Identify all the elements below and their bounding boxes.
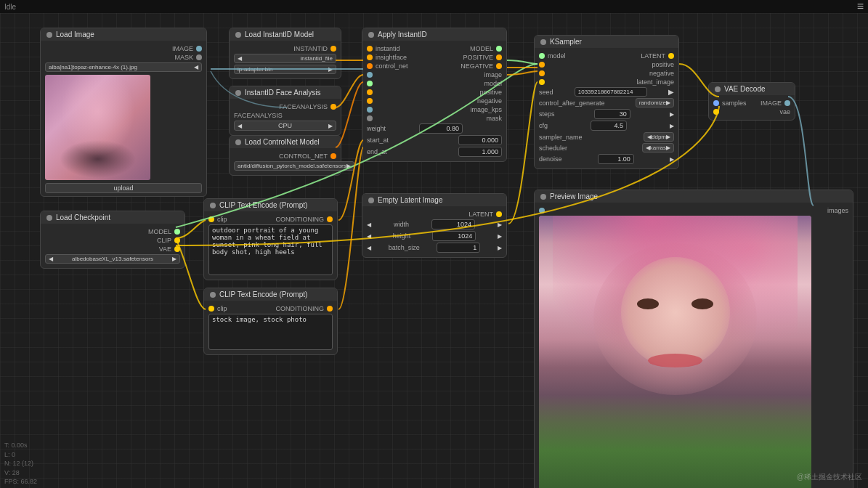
instantid-face-header: InstantID Face Analysis xyxy=(230,86,341,99)
ai-controlnet-in[interactable] xyxy=(367,63,373,69)
ai-positive-out[interactable] xyxy=(496,54,502,60)
filename-dropdown[interactable]: alba[na1]topaz-enhance-4x (1).jpg ◀ xyxy=(45,62,202,72)
controlnet-dropdown[interactable]: antid/diffusion_pytorch_model.safetensor… xyxy=(234,161,354,171)
vd-samples-row: samples IMAGE xyxy=(713,99,790,107)
endat-input[interactable] xyxy=(458,147,502,157)
denoise-input[interactable] xyxy=(598,154,634,164)
load-image-title: Load Image xyxy=(56,30,94,38)
ai-instantid-in[interactable] xyxy=(367,46,373,52)
provider-value: CPU xyxy=(278,122,292,129)
vd-samples-in[interactable] xyxy=(713,100,719,106)
cn-clip-row: clip CONDITIONING xyxy=(208,305,333,312)
ks-cfg-row: cfg ▶ xyxy=(539,121,674,131)
instantid-file-dropdown[interactable]: ◀ instantid_file xyxy=(234,54,336,63)
height-input[interactable] xyxy=(432,231,476,241)
seed-input[interactable] xyxy=(575,87,647,97)
watermark: @稀土掘金技术社区 xyxy=(797,472,862,482)
controlnet-file-row: antid/diffusion_pytorch_model.safetensor… xyxy=(234,161,336,171)
adapter-row: ip-adapter.bin ▶ xyxy=(234,65,336,74)
cfg-input[interactable] xyxy=(591,121,627,131)
instantid-file-row: ◀ instantid_file xyxy=(234,54,336,63)
ai-insightface-row: insightface POSITIVE xyxy=(367,54,502,61)
ks-negative-in[interactable] xyxy=(539,70,545,76)
control-after-dropdown[interactable]: randomize ▶ xyxy=(636,98,674,107)
pi-images-in[interactable] xyxy=(539,208,545,214)
ks-latent-out[interactable] xyxy=(668,53,674,59)
vd-vae-row: vae xyxy=(713,108,790,115)
ai-mask-in[interactable] xyxy=(367,115,373,121)
vd-image-out[interactable] xyxy=(784,100,790,106)
empty-latent-header: Empty Latent Image xyxy=(362,194,506,206)
load-instantid-title: Load InstantID Model xyxy=(245,30,314,38)
ks-seed-row: seed ▶ xyxy=(539,87,674,97)
faceanalysis-output-row: FACEANALYSIS xyxy=(234,103,336,110)
scheduler-dropdown[interactable]: ◀ karras ▶ xyxy=(642,143,674,152)
image-output-port[interactable] xyxy=(196,46,202,52)
adapter-dropdown[interactable]: ip-adapter.bin ▶ xyxy=(234,65,336,74)
load-instantid-node: Load InstantID Model INSTANTID ◀ instant… xyxy=(229,28,341,79)
batch-input[interactable] xyxy=(437,243,480,253)
mask-output-port[interactable] xyxy=(196,54,202,60)
empty-latent-node: Empty Latent Image LATENT ◀ width ▶ ◀ he… xyxy=(362,193,507,258)
ksampler-header: KSampler xyxy=(535,36,678,48)
clip-text-positive-node: CLIP Text Encode (Prompt) clip CONDITION… xyxy=(203,198,338,280)
ks-latentimg-in[interactable] xyxy=(539,79,545,85)
load-checkpoint-title: Load Checkpoint xyxy=(56,214,110,221)
ai-positive-row: positive xyxy=(367,89,502,96)
steps-input[interactable] xyxy=(594,109,630,119)
ai-model-row: model xyxy=(367,80,502,87)
cp-conditioning-out[interactable] xyxy=(327,216,333,222)
mask-port-label: MASK xyxy=(174,54,193,61)
ai-model-in[interactable] xyxy=(367,81,373,86)
lc-vae-out[interactable] xyxy=(174,246,180,252)
el-latent-row: LATENT xyxy=(367,211,502,218)
ai-negative-in[interactable] xyxy=(367,98,373,104)
load-instantid-header: Load InstantID Model xyxy=(230,28,341,41)
preview-image-title: Preview Image xyxy=(550,192,598,200)
ai-startat-row: start_at xyxy=(367,135,502,145)
statusbar: T: 0.00s L: 0 N: 12 (12) V: 28 FPS: 66.8… xyxy=(0,439,41,488)
sampler-dropdown[interactable]: ◀ ddpm ▶ xyxy=(644,132,674,142)
load-image-header: Load Image xyxy=(41,28,206,41)
ai-endat-row: end_at xyxy=(367,147,502,157)
preview-image-display xyxy=(539,216,811,488)
empty-latent-title: Empty Latent Image xyxy=(378,196,443,204)
mask-output-row: MASK xyxy=(45,54,202,61)
faceanalysis-output-port[interactable] xyxy=(330,104,336,110)
apply-instantid-node: Apply InstantID instantid MODEL insightf… xyxy=(362,28,507,162)
load-controlnet-title: Load ControlNet Model xyxy=(245,138,320,146)
ai-image-in[interactable] xyxy=(367,72,373,78)
ai-positive-in[interactable] xyxy=(367,89,373,95)
clip-negative-title: CLIP Text Encode (Prompt) xyxy=(219,290,307,298)
upload-button[interactable]: upload xyxy=(45,183,202,193)
ai-negative-out[interactable] xyxy=(496,63,502,69)
cn-clip-in[interactable] xyxy=(208,306,214,312)
provider-dropdown[interactable]: ◀ CPU ▶ xyxy=(234,121,336,131)
el-latent-out[interactable] xyxy=(496,211,502,217)
menu-icon[interactable]: ≡ xyxy=(857,0,864,13)
ai-controlnet-row: control_net NEGATIVE xyxy=(367,62,502,70)
startat-input[interactable] xyxy=(458,135,502,145)
ai-imagekps-in[interactable] xyxy=(367,107,373,113)
ks-positive-in[interactable] xyxy=(539,62,545,68)
ks-model-in[interactable] xyxy=(539,53,545,59)
ai-model-out[interactable] xyxy=(496,46,502,52)
width-input[interactable] xyxy=(431,219,475,229)
clip-positive-title: CLIP Text Encode (Prompt) xyxy=(219,201,307,209)
image-port-label: IMAGE xyxy=(172,45,193,52)
ai-insightface-in[interactable] xyxy=(367,54,373,60)
lc-model-out[interactable] xyxy=(174,229,180,235)
cp-clip-in[interactable] xyxy=(208,216,214,222)
pi-images-row: images xyxy=(539,207,848,214)
weight-input[interactable] xyxy=(419,123,463,134)
clip-negative-text[interactable]: stock image, stock photo xyxy=(208,314,333,350)
vd-vae-in[interactable] xyxy=(713,109,719,115)
instantid-output-port[interactable] xyxy=(330,46,336,52)
ckpt-dropdown[interactable]: ◀ albedobaseXL_v13.safetensors ▶ xyxy=(45,254,180,264)
clip-positive-text[interactable]: outdoor portrait of a young woman in a w… xyxy=(208,224,333,275)
vae-decode-title: VAE Decode xyxy=(724,85,766,93)
controlnet-output-port[interactable] xyxy=(330,153,336,159)
lc-clip-out[interactable] xyxy=(174,237,180,243)
cn-conditioning-out[interactable] xyxy=(327,306,333,312)
el-batch-row: ◀ batch_size ▶ xyxy=(367,243,502,253)
